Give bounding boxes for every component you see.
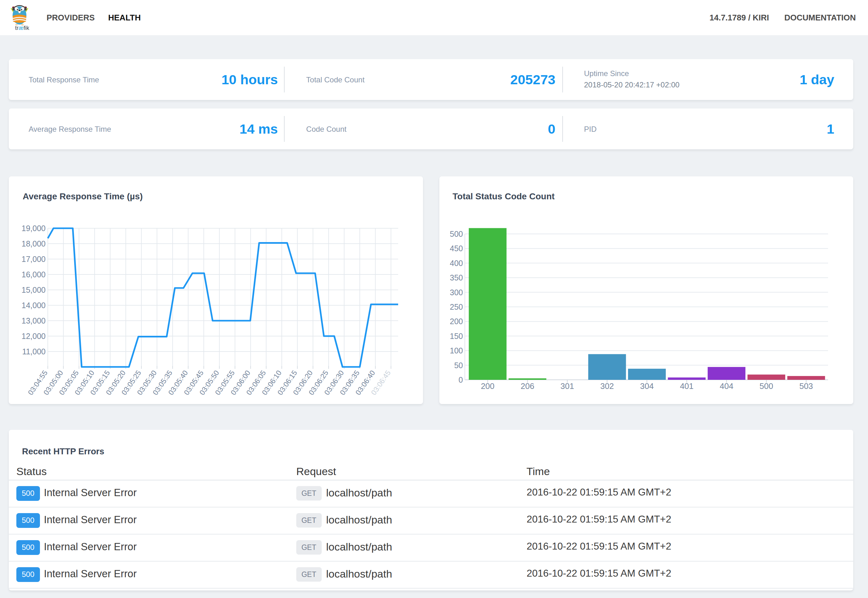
svg-text:250: 250	[450, 302, 463, 311]
svg-text:100: 100	[450, 346, 463, 355]
svg-text:50: 50	[454, 361, 463, 370]
svg-text:16,000: 16,000	[22, 270, 46, 279]
svg-text:450: 450	[450, 244, 463, 253]
svg-text:19,000: 19,000	[22, 224, 46, 233]
svg-text:503: 503	[799, 381, 813, 391]
svg-text:300: 300	[450, 288, 463, 297]
svg-text:206: 206	[521, 381, 534, 391]
svg-text:200: 200	[481, 381, 494, 391]
svg-text:13,000: 13,000	[22, 316, 46, 325]
svg-text:200: 200	[450, 317, 463, 326]
svg-text:400: 400	[450, 259, 463, 268]
svg-text:18,000: 18,000	[22, 239, 46, 248]
svg-text:302: 302	[600, 381, 614, 391]
svg-text:301: 301	[560, 381, 574, 391]
svg-text:12,000: 12,000	[22, 332, 46, 341]
svg-text:0: 0	[458, 375, 463, 384]
svg-text:304: 304	[640, 381, 654, 391]
svg-text:15,000: 15,000	[22, 286, 46, 294]
svg-text:500: 500	[450, 230, 463, 238]
svg-text:350: 350	[450, 273, 463, 282]
svg-text:11,000: 11,000	[22, 347, 46, 356]
svg-text:17,000: 17,000	[22, 255, 46, 263]
svg-text:150: 150	[450, 332, 463, 341]
svg-text:401: 401	[680, 381, 693, 391]
svg-text:404: 404	[720, 381, 733, 391]
svg-text:500: 500	[759, 381, 773, 391]
svg-text:14,000: 14,000	[22, 301, 46, 310]
